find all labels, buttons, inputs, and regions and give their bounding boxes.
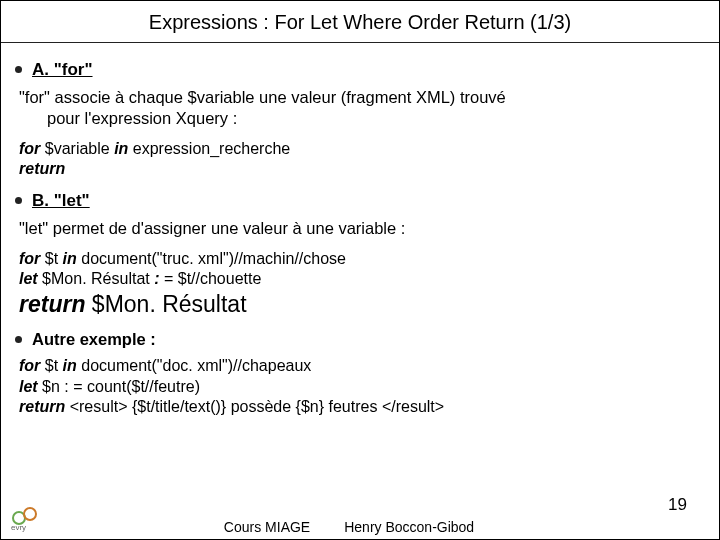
heading-a: A. "for"	[32, 59, 93, 81]
para-a: "for" associe à chaque $variable une val…	[19, 87, 701, 129]
kw-let: let	[19, 378, 38, 395]
para-b: "let" permet de d'assigner une valeur à …	[19, 218, 701, 239]
code-b-l2b: $Mon. Résultat	[38, 270, 155, 287]
kw-let: let	[19, 270, 38, 287]
code-b: for $t in document("truc. xml")//machin/…	[19, 249, 701, 319]
code-b-l1d: document("truc. xml")//machin//chose	[77, 250, 346, 267]
footer-course: Cours MIAGE	[224, 519, 310, 535]
para-a-indent: pour l'expression Xquery :	[19, 108, 701, 129]
slide-title: Expressions : For Let Where Order Return…	[1, 1, 719, 42]
heading-b: B. "let"	[32, 190, 90, 212]
kw-return: return	[19, 291, 85, 317]
footer-center: Cours MIAGE Henry Boccon-Gibod	[224, 519, 474, 535]
kw-return: return	[19, 160, 65, 177]
code-a-var: $variable	[40, 140, 114, 157]
code-a: for $variable in expression_recherche re…	[19, 139, 701, 180]
kw-for: for	[19, 250, 40, 267]
para-a-lead: "for" associe à chaque $variable une val…	[19, 88, 506, 106]
code-b-l3b: $Mon. Résultat	[85, 291, 246, 317]
kw-for: for	[19, 140, 40, 157]
kw-for: for	[19, 357, 40, 374]
bullet-dot-icon	[15, 197, 22, 204]
code-b-l1b: $t	[40, 250, 62, 267]
logo-label: evry	[11, 523, 26, 532]
code-c-l1b: $t	[40, 357, 62, 374]
kw-return: return	[19, 398, 65, 415]
slide-body: A. "for" "for" associe à chaque $variabl…	[1, 43, 719, 418]
bullet-b: B. "let"	[15, 190, 701, 212]
kw-in: in	[114, 140, 128, 157]
code-c-l1d: document("doc. xml")//chapeaux	[77, 357, 312, 374]
footer-author: Henry Boccon-Gibod	[344, 519, 474, 535]
heading-c: Autre exemple :	[32, 329, 156, 350]
bullet-c: Autre exemple :	[15, 329, 701, 350]
code-c-l2b: $n : = count($t//feutre)	[38, 378, 200, 395]
code-b-l2d: = $t//chouette	[160, 270, 262, 287]
code-c-l3b: <result> {$t/title/text()} possède {$n} …	[65, 398, 444, 415]
kw-in: in	[63, 357, 77, 374]
kw-in: in	[63, 250, 77, 267]
code-a-expr: expression_recherche	[128, 140, 290, 157]
logo-evry-icon: evry	[9, 505, 49, 535]
bullet-dot-icon	[15, 336, 22, 343]
bullet-dot-icon	[15, 66, 22, 73]
bullet-a: A. "for"	[15, 59, 701, 81]
footer: evry Cours MIAGE Henry Boccon-Gibod	[1, 505, 719, 535]
code-c: for $t in document("doc. xml")//chapeaux…	[19, 356, 701, 417]
